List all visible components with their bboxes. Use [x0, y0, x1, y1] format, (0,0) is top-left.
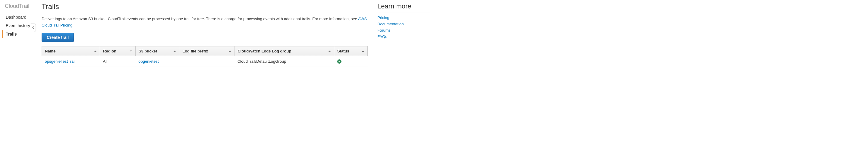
create-trail-button[interactable]: Create trail [41, 33, 74, 42]
sidebar-title: CloudTrail [5, 3, 33, 9]
column-header-cloudwatch-group[interactable]: CloudWatch Logs Log group [235, 46, 334, 56]
column-header-s3-bucket[interactable]: S3 bucket [135, 46, 179, 56]
description-text: Deliver logs to an Amazon S3 bucket. Clo… [41, 17, 358, 21]
chevron-left-icon [32, 25, 34, 30]
trail-log-file-prefix [179, 56, 235, 67]
link-forums[interactable]: Forums [377, 28, 430, 33]
column-label: Status [337, 49, 349, 53]
column-label: Region [103, 49, 116, 53]
sort-asc-icon [173, 49, 176, 53]
column-label: Name [45, 49, 56, 53]
sort-asc-icon [328, 49, 331, 53]
trail-cloudwatch-group: CloudTrail/DefaultLogGroup [235, 56, 334, 67]
column-label: CloudWatch Logs Log group [238, 49, 291, 53]
description-text-2: . [72, 23, 73, 27]
right-panel-title: Learn more [377, 2, 430, 12]
collapse-sidebar-button[interactable] [30, 24, 36, 32]
column-header-status[interactable]: Status [334, 46, 368, 56]
right-panel: Learn more Pricing Documentation Forums … [374, 0, 434, 82]
sort-desc-icon [130, 49, 132, 53]
column-header-region[interactable]: Region [100, 46, 135, 56]
trail-name-link[interactable]: opsgenieTestTrail [45, 59, 75, 64]
sort-asc-icon [94, 49, 97, 53]
sort-asc-icon [228, 49, 231, 53]
right-links: Pricing Documentation Forums FAQs [377, 15, 430, 39]
column-label: Log file prefix [182, 49, 208, 53]
main-content: Trails Deliver logs to an Amazon S3 buck… [33, 0, 374, 82]
sidebar-item-trails[interactable]: Trails [2, 30, 33, 38]
page-title: Trails [41, 2, 368, 13]
sidebar-item-dashboard[interactable]: Dashboard [2, 13, 33, 22]
link-faqs[interactable]: FAQs [377, 34, 430, 39]
column-header-log-file-prefix[interactable]: Log file prefix [179, 46, 235, 56]
trail-region: All [100, 56, 135, 67]
table-row: opsgenieTestTrail All opgenietest CloudT… [42, 56, 368, 67]
link-documentation[interactable]: Documentation [377, 22, 430, 26]
sidebar: CloudTrail Dashboard Event history Trail… [0, 0, 33, 82]
link-pricing[interactable]: Pricing [377, 15, 430, 20]
page-description: Deliver logs to an Amazon S3 bucket. Clo… [41, 16, 368, 29]
trail-s3-bucket-link[interactable]: opgenietest [138, 59, 158, 64]
column-label: S3 bucket [138, 49, 157, 53]
status-ok-icon [337, 59, 341, 64]
trail-status [334, 56, 368, 67]
column-header-name[interactable]: Name [42, 46, 100, 56]
sort-asc-icon [362, 49, 364, 53]
sidebar-item-event-history[interactable]: Event history [2, 22, 33, 30]
trails-table: Name Region S3 bucket Log file prefix Cl… [41, 46, 368, 67]
